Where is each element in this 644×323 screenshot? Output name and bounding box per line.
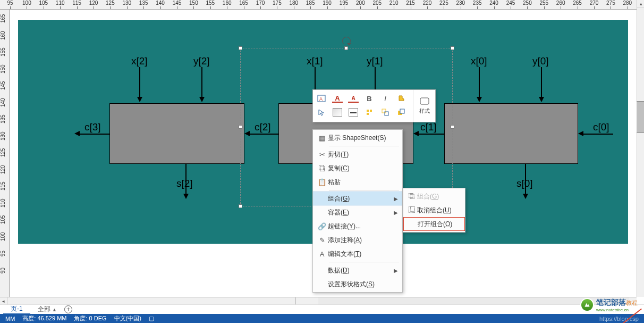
mini-toolbar: A A A B I 样式: [312, 89, 436, 122]
arrow-c1: [418, 134, 444, 135]
label-x0: x[0]: [471, 55, 487, 67]
scroll-up-icon[interactable]: ▴: [637, 0, 644, 7]
record-macro-icon[interactable]: ▢: [149, 315, 154, 322]
fill-color-icon[interactable]: [332, 107, 343, 118]
block-0[interactable]: [444, 103, 578, 164]
arrowhead: [477, 97, 482, 102]
menu-hyperlink[interactable]: 🔗超链接(Y)...: [313, 219, 402, 233]
menu-separator: [329, 190, 399, 191]
align-icon[interactable]: [364, 107, 375, 118]
paste-icon: 📋: [316, 178, 328, 186]
horizontal-scrollbar[interactable]: ◂: [0, 297, 637, 304]
menu-format-shape[interactable]: 设置形状格式(S): [313, 277, 402, 291]
submenu-arrow-icon: ▶: [394, 210, 398, 216]
svg-rect-5: [382, 109, 386, 113]
link-icon: 🔗: [316, 222, 328, 230]
vertical-scrollbar[interactable]: ▴: [637, 0, 644, 297]
watermark-suffix: 教程: [626, 300, 638, 306]
add-page-button[interactable]: +: [64, 305, 72, 313]
arrow-c0: [583, 134, 613, 135]
arrow-y2: [201, 67, 202, 98]
menu-cut[interactable]: ✂剪切(T): [313, 147, 402, 161]
resize-handle[interactable]: [239, 204, 242, 208]
svg-rect-3: [370, 110, 372, 112]
block-2[interactable]: [109, 103, 244, 164]
arrowhead: [413, 131, 419, 136]
textbox-icon[interactable]: A: [316, 93, 327, 104]
label-y0: y[0]: [532, 55, 549, 67]
format-painter-icon[interactable]: [396, 93, 406, 104]
resize-handle[interactable]: [451, 46, 454, 50]
label-c0: c[0]: [593, 121, 609, 133]
menu-separator: [329, 146, 399, 146]
watermark-badge-icon: [580, 298, 594, 312]
label-y1: y[1]: [367, 55, 383, 67]
arrowhead: [183, 194, 189, 199]
shrink-font-icon[interactable]: A: [348, 94, 359, 103]
text-icon: A: [316, 250, 328, 258]
comment-icon: ✎: [316, 236, 328, 244]
dropdown-icon: ▲: [52, 307, 57, 312]
svg-rect-4: [367, 113, 369, 115]
menu-paste[interactable]: 📋粘贴: [313, 175, 402, 189]
svg-rect-2: [367, 110, 369, 112]
label-x1: x[1]: [307, 55, 323, 67]
grow-font-icon[interactable]: A: [332, 94, 343, 103]
submenu-open-group[interactable]: 打开组合(O): [403, 217, 465, 231]
bring-front-icon[interactable]: [396, 107, 406, 118]
status-language[interactable]: 中文(中国): [114, 314, 141, 322]
context-menu: ▦显示 ShapeSheet(S) ✂剪切(T) ⿻复制(C) 📋粘贴 组合(G…: [312, 129, 403, 293]
menu-container[interactable]: 容器(E)▶: [313, 205, 402, 219]
copy-icon: ⿻: [316, 164, 328, 172]
watermark-title: 笔记部落: [596, 298, 626, 307]
style-icon: [419, 97, 430, 106]
arrowhead: [578, 131, 583, 136]
svg-rect-8: [400, 109, 404, 113]
shapesheet-icon: ▦: [316, 134, 328, 142]
menu-add-comment[interactable]: ✎添加注释(A): [313, 233, 402, 247]
arrow-y0: [541, 67, 542, 98]
label-y2: y[2]: [193, 55, 210, 67]
arrow-x2: [139, 67, 140, 98]
menu-show-shapesheet[interactable]: ▦显示 ShapeSheet(S): [313, 131, 402, 145]
arrowhead: [137, 97, 142, 102]
arrowhead: [523, 194, 528, 199]
bold-button[interactable]: B: [364, 93, 375, 104]
group-icon: ⿻: [406, 193, 417, 200]
group-icon[interactable]: [380, 107, 391, 118]
menu-edit-text[interactable]: A编辑文本(T): [313, 247, 402, 261]
menu-group[interactable]: 组合(G)▶: [313, 192, 402, 205]
label-s0: s[0]: [516, 178, 533, 189]
rotate-handle-icon[interactable]: [342, 37, 351, 45]
ruler-horizontal[interactable]: 9510010511011512012513013514014515015516…: [0, 0, 637, 10]
label-c3: c[3]: [84, 121, 101, 133]
page-tab[interactable]: 页-1: [3, 304, 30, 314]
status-height: 高度: 46.529 MM: [22, 314, 66, 322]
menu-data[interactable]: 数据(D)▶: [313, 263, 402, 277]
pointer-tool-icon[interactable]: [316, 107, 327, 118]
arrow-x0: [479, 67, 480, 98]
menu-copy[interactable]: ⿻复制(C): [313, 161, 402, 175]
label-x2: x[2]: [131, 55, 148, 67]
all-pages-button[interactable]: 全部 ▲: [35, 305, 60, 314]
svg-text:A: A: [319, 96, 323, 102]
label-c2: c[2]: [255, 121, 271, 133]
scrollbar-split[interactable]: [295, 297, 296, 305]
status-bar: MM 高度: 46.529 MM 角度: 0 DEG 中文(中国) ▢ http…: [0, 314, 644, 323]
arrowhead: [244, 131, 250, 136]
line-color-icon[interactable]: [348, 107, 359, 118]
watermark: 笔记部落教程 www.notetribe.cn: [580, 297, 638, 312]
style-button[interactable]: 样式: [413, 90, 435, 122]
arrowhead: [74, 131, 80, 136]
submenu-ungroup[interactable]: ⿺取消组合(U): [403, 203, 465, 217]
italic-button[interactable]: I: [380, 93, 391, 104]
arrow-c3: [80, 134, 109, 135]
resize-handle[interactable]: [344, 46, 348, 50]
arrow-c2: [250, 134, 278, 135]
submenu-group: ⿻组合(G): [403, 189, 465, 203]
watermark-url: www.notetribe.cn: [596, 308, 638, 312]
resize-handle[interactable]: [239, 46, 242, 50]
menu-separator: [329, 262, 399, 262]
ruler-vertical[interactable]: 1651601551501451401351301251201151101051…: [0, 10, 10, 316]
scroll-left-icon[interactable]: ◂: [0, 297, 7, 305]
